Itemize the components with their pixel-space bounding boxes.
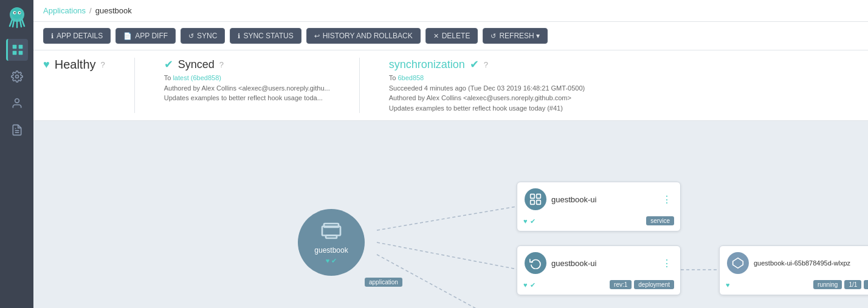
- svg-rect-22: [537, 194, 541, 199]
- breadcrumb-separator: /: [89, 6, 92, 15]
- svg-rect-20: [326, 236, 337, 239]
- app-diff-button[interactable]: 📄 APP DIFF: [115, 28, 176, 44]
- app-details-button[interactable]: ℹ APP DETAILS: [43, 28, 111, 44]
- pod-node: guestbook-ui-65b878495d-wlxpz ⋮ ♥ runnin…: [719, 245, 868, 295]
- toolbar: ℹ APP DETAILS 📄 APP DIFF ↺ SYNC ℹ SYNC S…: [33, 22, 868, 50]
- history-icon: ↩: [314, 32, 320, 40]
- breadcrumb-current: guestbook: [95, 6, 132, 15]
- heartbeat-icon: ♥: [43, 58, 50, 71]
- sync-status-section: synchronization ✔ ? To 6bed858 Succeeded…: [389, 58, 585, 113]
- svg-rect-23: [531, 200, 535, 205]
- svg-line-15: [377, 242, 520, 270]
- count-badge: 1/1: [844, 280, 861, 289]
- deployment-node: guestbook-ui ⋮ ♥ ✔ rev:1 deployment: [517, 245, 681, 295]
- main-content: Applications / guestbook ℹ APP DETAILS 📄…: [33, 0, 868, 308]
- diff-icon: 📄: [123, 32, 132, 40]
- service-node-title: guestbook-ui: [551, 195, 656, 204]
- graph-area: guestbook ♥ ✔ application: [33, 121, 868, 308]
- sync-icon: ↺: [188, 32, 194, 40]
- svg-point-5: [19, 12, 20, 13]
- sync-author: Authored by Alex Collins <alexec@users.n…: [389, 94, 571, 101]
- app-logo: [5, 5, 29, 29]
- pod-node-title: guestbook-ui-65b878495d-wlxpz: [754, 259, 864, 267]
- service-badge: service: [646, 216, 674, 225]
- deployment-badge: deployment: [634, 280, 674, 289]
- svg-point-1: [12, 8, 22, 19]
- delete-icon: ✕: [433, 32, 439, 40]
- sidebar: [0, 0, 33, 308]
- sync-button[interactable]: ↺ SYNC: [181, 28, 225, 44]
- deployment-node-header: guestbook-ui ⋮: [517, 246, 680, 278]
- pod-badges: running 1/1 pod: [813, 280, 868, 289]
- sync-title: synchronization: [389, 58, 465, 71]
- healthy-help-icon[interactable]: ?: [101, 60, 105, 69]
- service-node-menu[interactable]: ⋮: [661, 193, 673, 207]
- sidebar-item-settings[interactable]: [6, 66, 28, 87]
- sync-check-icon: ✔: [470, 58, 479, 71]
- sync-help-icon[interactable]: ?: [484, 60, 488, 69]
- deployment-badges: rev:1 deployment: [610, 280, 674, 289]
- synced-message: Updates examples to better reflect hook …: [164, 94, 323, 101]
- status-divider-1: [134, 58, 135, 113]
- svg-rect-24: [537, 200, 541, 205]
- healthy-status: ♥ Healthy ?: [43, 58, 105, 72]
- rev-badge: rev:1: [610, 280, 632, 289]
- statusbar: ♥ Healthy ? ✔ Synced ? To latest (6bed85…: [33, 50, 868, 121]
- deployment-icon: [525, 252, 546, 274]
- breadcrumb: Applications / guestbook: [43, 6, 132, 15]
- sync-status-button[interactable]: ℹ SYNC STATUS: [230, 28, 301, 44]
- svg-rect-9: [19, 51, 23, 55]
- svg-rect-8: [13, 51, 17, 55]
- svg-rect-7: [19, 45, 23, 49]
- deployment-node-menu[interactable]: ⋮: [661, 256, 673, 270]
- sidebar-item-apps[interactable]: [6, 39, 28, 61]
- svg-marker-25: [733, 258, 743, 269]
- pod-node-header: guestbook-ui-65b878495d-wlxpz ⋮: [720, 246, 868, 278]
- status-divider-2: [359, 58, 360, 113]
- pod-node-status: ♥: [726, 279, 730, 290]
- synced-status: ✔ Synced ? To latest (6bed858) Authored …: [164, 58, 330, 103]
- deployment-node-status: ♥ ✔: [523, 279, 536, 290]
- synced-check-icon: ✔: [164, 58, 173, 71]
- healthy-label: Healthy: [55, 58, 96, 72]
- refresh-icon: ↺: [491, 32, 496, 40]
- service-icon: [525, 188, 546, 210]
- service-node-header: guestbook-ui ⋮: [517, 182, 680, 214]
- svg-line-14: [377, 206, 520, 230]
- app-badge: application: [365, 276, 402, 287]
- synced-help-icon[interactable]: ?: [219, 60, 224, 69]
- sidebar-item-user[interactable]: [6, 92, 28, 114]
- svg-rect-6: [13, 45, 17, 49]
- app-node[interactable]: guestbook ♥ ✔: [298, 209, 365, 276]
- pod-icon: [727, 252, 749, 274]
- history-rollback-button[interactable]: ↩ HISTORY AND ROLLBACK: [306, 28, 421, 44]
- sync-time: Succeeded 4 minutes ago (Tue Dec 03 2019…: [389, 84, 585, 92]
- topbar: Applications / guestbook: [33, 0, 868, 22]
- sidebar-item-docs[interactable]: [6, 119, 28, 141]
- app-node-status: ♥ ✔: [326, 257, 337, 265]
- app-node-icon: [320, 220, 342, 246]
- svg-point-4: [14, 12, 15, 13]
- delete-button[interactable]: ✕ DELETE: [425, 28, 478, 44]
- info-icon: ℹ: [51, 32, 53, 40]
- breadcrumb-apps-link[interactable]: Applications: [43, 6, 86, 15]
- svg-rect-21: [531, 194, 535, 199]
- deployment-node-title: guestbook-ui: [551, 259, 656, 268]
- svg-rect-19: [324, 224, 339, 227]
- svg-point-11: [15, 99, 19, 103]
- synced-commit-link[interactable]: latest (6bed858): [173, 74, 221, 81]
- service-node-status: ♥ ✔: [523, 215, 536, 226]
- synced-label: Synced: [178, 58, 215, 71]
- sync-commit-link[interactable]: 6bed858: [398, 74, 424, 81]
- synced-author: Authored by Alex Collins <alexec@users.n…: [164, 84, 330, 92]
- sync-message: Updates examples to better reflect hook …: [389, 104, 563, 112]
- svg-point-10: [15, 75, 18, 78]
- app-node-label: guestbook: [314, 246, 348, 255]
- sync-status-icon: ℹ: [238, 32, 240, 40]
- service-node: guestbook-ui ⋮ ♥ ✔ service: [517, 182, 681, 231]
- running-badge: running: [813, 280, 842, 289]
- refresh-button[interactable]: ↺ REFRESH ▾: [483, 28, 548, 44]
- synced-meta: To latest (6bed858) Authored by Alex Col…: [164, 73, 330, 103]
- sync-meta: To 6bed858 Succeeded 4 minutes ago (Tue …: [389, 73, 585, 113]
- pod-badge: pod: [864, 280, 868, 289]
